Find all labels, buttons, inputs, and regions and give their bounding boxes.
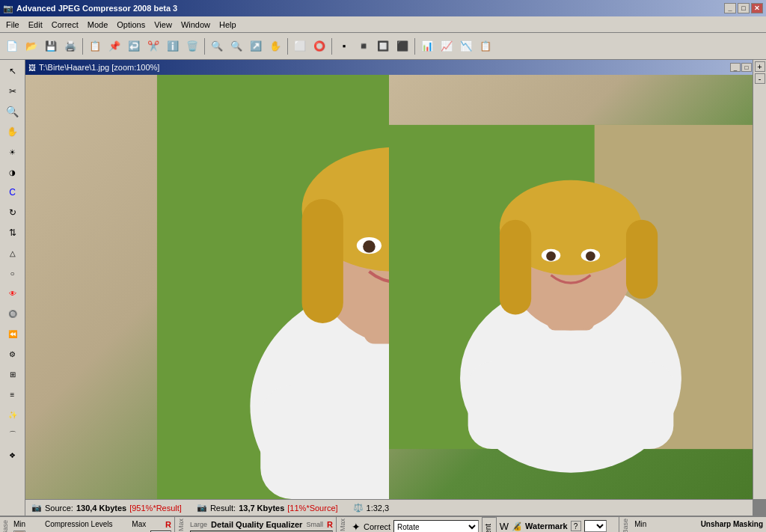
left-tool-grid[interactable]: ⊞: [3, 364, 22, 384]
toolbar-select[interactable]: ⬜: [291, 37, 309, 55]
source-label: Source:: [45, 504, 73, 513]
toolbar-ellipse[interactable]: ⭕: [310, 37, 328, 55]
base-label: Base: [1, 520, 9, 532]
left-tool-move[interactable]: ✋: [3, 122, 22, 141]
eq-title: Detail Quality Equalizer: [211, 520, 302, 529]
eq-max-label: Max: [177, 519, 185, 531]
left-tool-history[interactable]: ⏪: [3, 324, 22, 343]
svg-point-10: [363, 240, 376, 253]
toolbar-sep1: [82, 38, 83, 55]
left-tool-contrast[interactable]: ◑: [3, 162, 22, 182]
svg-rect-25: [468, 362, 674, 449]
toolbar-cursor[interactable]: ↗️: [247, 37, 265, 55]
left-tool-red-eye[interactable]: 👁: [3, 284, 22, 303]
toolbar-zoom-out[interactable]: 🔍: [227, 37, 245, 55]
source-status: 📷 Source: 130,4 Kbytes [951%*Result]: [31, 503, 182, 513]
toolbar-clear[interactable]: 🗑️: [183, 37, 201, 55]
main-container: ↖ ✂ 🔍 ✋ ☀ ◑ C ↻ ⇅ △ ○ 👁 🔘 ⏪ ⚙ ⊞ ≡ ✨ ⌒ ❖ …: [0, 60, 766, 516]
menu-file[interactable]: File: [1, 19, 24, 31]
menu-window[interactable]: Window: [177, 19, 215, 31]
watermark-help[interactable]: ?: [571, 521, 581, 531]
tab-content[interactable]: Content: [482, 517, 496, 532]
inner-minimize-button[interactable]: _: [730, 63, 741, 72]
ratio-icon: ⚖️: [353, 503, 364, 513]
left-tool-extra[interactable]: ⚙: [3, 344, 22, 364]
toolbar-view3[interactable]: 🔲: [374, 37, 392, 55]
correct-dropdown[interactable]: Rotate: [393, 520, 479, 532]
left-tool-sharpen[interactable]: △: [3, 243, 22, 263]
menu-view[interactable]: View: [150, 19, 177, 31]
minimize-button[interactable]: _: [724, 3, 736, 13]
toolbar-print[interactable]: 🖨️: [61, 37, 79, 55]
correct-section: ✦ Correct Rotate: [349, 517, 482, 532]
toolbar-sep5: [414, 38, 415, 55]
menu-options[interactable]: Options: [112, 19, 150, 31]
toolbar-ext4[interactable]: 📋: [477, 37, 494, 55]
watermark-dropdown[interactable]: [584, 520, 607, 532]
result-image-panel: [389, 75, 753, 499]
left-tool-blur[interactable]: ○: [3, 263, 22, 283]
toolbar-undo[interactable]: ↩️: [125, 37, 143, 55]
title-bar-buttons: _ □ ✕: [724, 3, 763, 13]
left-tool-flip[interactable]: ⇅: [3, 223, 22, 242]
max-label: Max: [132, 520, 146, 529]
watermark-icon2: 🔏: [512, 522, 522, 531]
eq-large-label: Large: [190, 521, 207, 528]
left-tool-rotate[interactable]: ↻: [3, 203, 22, 222]
toolbar-delete[interactable]: ✂️: [144, 37, 162, 55]
toolbar-save[interactable]: 💾: [42, 37, 60, 55]
left-tool-lasso[interactable]: ⌒: [3, 425, 22, 444]
toolbar-paste[interactable]: 📌: [105, 37, 123, 55]
menu-mode[interactable]: Mode: [83, 19, 113, 31]
toolbar-open[interactable]: 📂: [22, 37, 40, 55]
toolbar-info[interactable]: ℹ️: [164, 37, 182, 55]
zoom-out-btn[interactable]: -: [755, 73, 765, 84]
result-percent: [11%*Source]: [287, 504, 337, 513]
zoom-in-btn[interactable]: +: [755, 61, 765, 72]
result-image: [389, 75, 753, 499]
inner-window-icon: 🖼: [28, 64, 36, 72]
inner-maximize-button[interactable]: □: [741, 63, 752, 72]
svg-rect-20: [626, 220, 658, 299]
title-bar: 📷 Advanced JPEG Compressor 2008 beta 3 _…: [0, 0, 766, 16]
inner-window-title: T:\Birte\Haare\1.jpg [zoom:100%]: [39, 63, 159, 72]
left-tool-color[interactable]: C: [3, 183, 22, 202]
menu-correct[interactable]: Correct: [47, 19, 83, 31]
toolbar-ext1[interactable]: 📊: [418, 37, 436, 55]
left-tool-crop[interactable]: ✂: [3, 82, 22, 101]
result-size: 13,7 Kbytes: [239, 504, 284, 513]
left-tool-layers[interactable]: ≡: [3, 385, 22, 404]
unsharp-title: Unsharp Masking: [701, 520, 763, 528]
toolbar-view4[interactable]: ⬛: [393, 37, 411, 55]
unsharp-section: Min Unsharp Masking Min Luma Equalizing …: [631, 517, 766, 532]
maximize-button[interactable]: □: [738, 3, 750, 13]
ratio-status: ⚖️ 1:32,3: [353, 503, 390, 513]
image-status-bar: 📷 Source: 130,4 Kbytes [951%*Result] 📷 R…: [25, 499, 753, 516]
left-tool-brightness[interactable]: ☀: [3, 142, 22, 162]
left-tool-cursor[interactable]: ↖: [3, 61, 22, 81]
toolbar-pan[interactable]: ✋: [266, 37, 284, 55]
menu-help[interactable]: Help: [215, 19, 241, 31]
close-button[interactable]: ✕: [751, 3, 763, 13]
left-tool-stamp[interactable]: 🔘: [3, 304, 22, 323]
toolbar-zoom-in[interactable]: 🔍: [208, 37, 226, 55]
toolbar-sep2: [204, 38, 205, 55]
left-tool-zoom[interactable]: 🔍: [3, 102, 22, 121]
image-area: 🖼 T:\Birte\Haare\1.jpg [zoom:100%] _ □ ✕: [25, 60, 766, 516]
equalizer-outer: Max Min Large Detail Quality Equalizer S…: [175, 517, 349, 532]
toolbar-view2[interactable]: ◾: [355, 37, 373, 55]
result-label: Result:: [210, 504, 236, 513]
toolbar-view1[interactable]: ▪️: [335, 37, 353, 55]
toolbar-new[interactable]: 📄: [3, 37, 21, 55]
result-icon: 📷: [197, 503, 207, 513]
unsharp-vert-left: Base Selected: [619, 517, 631, 532]
toolbar-copy[interactable]: 📋: [86, 37, 104, 55]
equalizer-section: Large Detail Quality Equalizer Small R: [187, 517, 337, 532]
toolbar-ext3[interactable]: 📉: [457, 37, 475, 55]
toolbar-ext2[interactable]: 📈: [438, 37, 456, 55]
left-tool-extra2[interactable]: ❖: [3, 445, 22, 465]
menu-edit[interactable]: Edit: [24, 19, 47, 31]
eq-r-label: R: [327, 520, 333, 529]
left-tool-wand[interactable]: ✨: [3, 405, 22, 424]
svg-point-24: [586, 251, 595, 261]
